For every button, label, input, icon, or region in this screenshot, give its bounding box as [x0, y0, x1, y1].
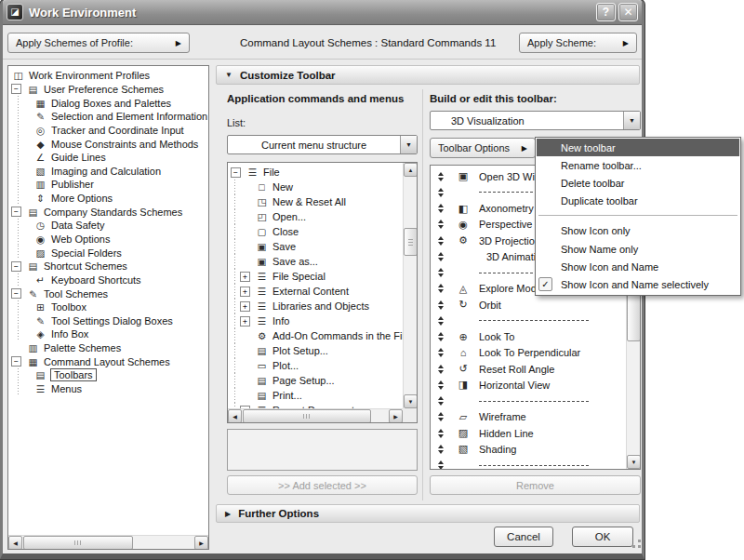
commands-tree-hscrollbar[interactable]: ◀ ▶ [228, 408, 403, 422]
command-tree-item[interactable]: □New [228, 180, 403, 194]
expander-minus-icon[interactable]: − [11, 356, 21, 367]
toolbar-item-row[interactable]: ⊕Look To [431, 329, 626, 345]
command-tree-item[interactable]: ▣Save as... [228, 254, 403, 269]
toolbar-separator-row[interactable] [431, 393, 626, 409]
drag-handle-icon[interactable] [434, 362, 447, 377]
menu-item[interactable]: New toolbar [537, 139, 739, 156]
drag-handle-icon[interactable] [434, 185, 447, 200]
profile-tree-item[interactable]: ☰Menus [8, 382, 208, 396]
profile-tree-item[interactable]: ✎Tool Settings Dialog Boxes [8, 314, 208, 328]
add-selected-button[interactable]: >> Add selected >> [227, 475, 418, 495]
drag-handle-icon[interactable] [434, 169, 447, 184]
drag-handle-icon[interactable] [434, 409, 447, 424]
command-tree-item[interactable]: ◳New & Reset All [228, 194, 403, 209]
drag-handle-icon[interactable] [434, 313, 447, 328]
menu-item[interactable]: Duplicate toolbar [537, 193, 739, 210]
resize-grip[interactable] [632, 545, 635, 548]
command-tree-item[interactable]: +☰Libraries and Objects [228, 299, 403, 313]
apply-scheme-button[interactable]: Apply Scheme: ▶ [519, 33, 637, 53]
drag-handle-icon[interactable] [434, 281, 447, 296]
scroll-right-button[interactable]: ▶ [389, 409, 403, 423]
profile-tree-item[interactable]: ◷Data Safety [8, 219, 208, 233]
profile-tree-item[interactable]: ▥Palette Schemes [8, 341, 208, 355]
profile-tree-item[interactable]: ∠Guide Lines [8, 151, 208, 165]
toolbar-item-row[interactable]: ▱Wireframe [431, 409, 626, 425]
combo-dropdown-icon[interactable]: ▼ [623, 112, 640, 129]
command-tree-item[interactable]: ▢Close [228, 224, 403, 239]
scrollbar-thumb[interactable] [243, 409, 371, 423]
drag-handle-icon[interactable] [434, 249, 447, 264]
profile-tree-item[interactable]: ◈Info Box [8, 327, 208, 341]
scrollbar-thumb[interactable] [23, 536, 133, 550]
command-tree-item[interactable]: ▤Page Setup... [228, 373, 403, 388]
command-tree-item[interactable]: +☰External Content [228, 284, 403, 299]
command-tree-item[interactable]: −☰File [228, 165, 403, 180]
menu-item[interactable]: Show Icon and Name [537, 258, 739, 275]
cancel-button[interactable]: Cancel [494, 527, 553, 547]
scroll-left-button[interactable]: ◀ [8, 536, 22, 550]
drag-handle-icon[interactable] [434, 217, 447, 232]
scroll-up-button[interactable]: ▲ [404, 163, 418, 177]
drag-handle-icon[interactable] [434, 265, 447, 280]
profile-tree-item[interactable]: ▨Special Folders [8, 246, 208, 260]
toolbar-item-row[interactable]: ▧Shading [431, 441, 626, 457]
profile-tree-item[interactable]: ◎Tracker and Coordinate Input [8, 124, 208, 138]
menu-item[interactable]: Show Icon only [537, 222, 739, 240]
drag-handle-icon[interactable] [434, 201, 447, 216]
toolbar-options-button[interactable]: Toolbar Options ▶ [430, 138, 536, 158]
drag-handle-icon[interactable] [434, 378, 447, 393]
ok-button[interactable]: OK [572, 527, 633, 547]
help-button[interactable]: ? [596, 3, 616, 21]
commands-tree-vscrollbar[interactable]: ▲ ▼ [403, 163, 417, 408]
scroll-down-button[interactable]: ▼ [404, 394, 418, 408]
profile-tree-item[interactable]: −▤User Preference Schemes [8, 83, 208, 97]
toolbar-separator-row[interactable] [431, 313, 626, 328]
toolbar-item-row[interactable]: ▨Hidden Line [431, 425, 626, 441]
profile-tree-item[interactable]: ▤Toolbars [8, 368, 208, 382]
expander-minus-icon[interactable]: − [11, 84, 21, 94]
toolbar-item-row[interactable]: ◨Horizontal View [431, 377, 626, 393]
profile-tree-item[interactable]: −▤Shortcut Schemes [8, 260, 208, 273]
profile-tree-item[interactable]: ◆Mouse Constraints and Methods [8, 137, 208, 151]
profile-tree-item[interactable]: −▦Command Layout Schemes [8, 354, 208, 368]
expander-minus-icon[interactable]: − [11, 288, 21, 299]
command-tree-item[interactable]: ▣Save [228, 239, 403, 254]
profile-tree-item[interactable]: ⇕More Options [8, 192, 208, 206]
drag-handle-icon[interactable] [434, 458, 447, 469]
command-tree-item[interactable]: ◰Open... [228, 209, 403, 224]
close-button[interactable]: ✕ [618, 3, 638, 21]
command-tree-item[interactable]: +☰File Special [228, 269, 403, 284]
toolbar-combobox[interactable]: 3D Visualization ▼ [430, 111, 641, 130]
title-bar[interactable]: ◪ Work Environment ? ✕ [3, 0, 642, 25]
toolbar-item-row[interactable]: ↻Orbit [431, 297, 626, 313]
drag-handle-icon[interactable] [434, 329, 447, 344]
profile-tree-item[interactable]: ▥Publisher [8, 178, 208, 192]
expander-plus-icon[interactable]: + [240, 316, 250, 327]
toolbar-item-row[interactable]: ↺Reset Roll Angle [431, 361, 626, 377]
menu-item[interactable]: Show Name only [537, 240, 739, 258]
scroll-left-button[interactable]: ◀ [228, 409, 242, 423]
remove-button[interactable]: Remove [430, 475, 641, 495]
toolbar-item-row[interactable]: ⌂Look To Perpendicular [431, 345, 626, 361]
customize-toolbar-section-header[interactable]: ▼ Customize Toolbar [216, 65, 640, 85]
drag-handle-icon[interactable] [434, 426, 447, 441]
profile-tree-item[interactable]: ✎Selection and Element Information [8, 110, 208, 124]
menu-item[interactable]: Rename toolbar... [537, 156, 739, 174]
drag-handle-icon[interactable] [434, 393, 447, 408]
command-tree-item[interactable]: ▤Plot Setup... [228, 343, 403, 358]
command-tree-item[interactable]: ▤Print... [228, 388, 403, 403]
drag-handle-icon[interactable] [434, 442, 447, 457]
menu-item[interactable]: Delete toolbar [537, 174, 739, 192]
further-options-section-header[interactable]: ▶ Further Options [216, 504, 640, 523]
expander-plus-icon[interactable]: + [240, 301, 250, 312]
profile-tree-item[interactable]: ◫Work Environment Profiles [8, 69, 208, 83]
profile-tree-item[interactable]: ⊞Toolbox [8, 300, 208, 314]
apply-profile-button[interactable]: Apply Schemes of Profile: ▶ [7, 33, 190, 53]
expander-minus-icon[interactable]: − [11, 261, 21, 272]
expander-minus-icon[interactable]: − [11, 207, 21, 217]
expander-plus-icon[interactable]: + [240, 287, 250, 297]
profile-tree-item[interactable]: ▦Dialog Boxes and Palettes [8, 96, 208, 110]
profile-tree-item[interactable]: ◉Web Options [8, 233, 208, 247]
menu-structure-combobox[interactable]: Current menu structure ▼ [227, 135, 418, 154]
combo-dropdown-icon[interactable]: ▼ [400, 136, 417, 153]
